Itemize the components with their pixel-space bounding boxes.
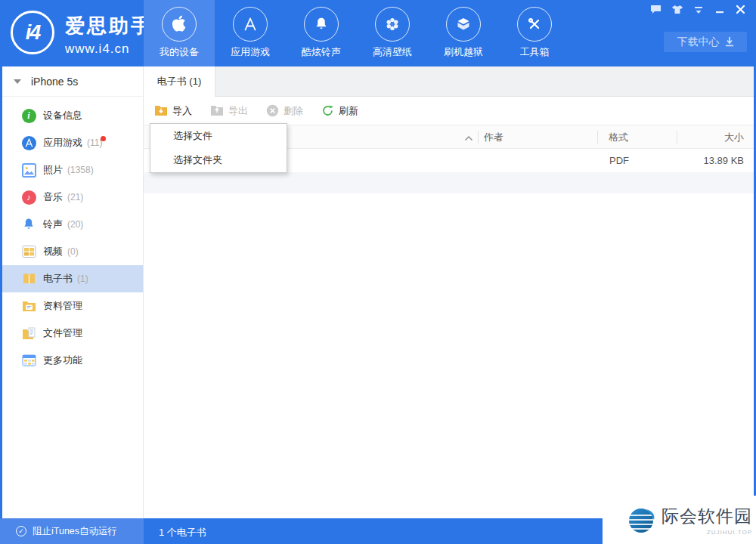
info-icon: i bbox=[21, 108, 36, 123]
nav-label: 应用游戏 bbox=[231, 45, 270, 59]
close-button[interactable] bbox=[734, 4, 747, 15]
grid-icon bbox=[21, 353, 36, 368]
itunes-toggle-label: 阻止iTunes自动运行 bbox=[33, 525, 117, 538]
i4-logo-icon: i4 bbox=[11, 11, 54, 54]
import-label: 导入 bbox=[172, 104, 192, 118]
appstore-icon bbox=[21, 135, 36, 150]
window-controls bbox=[649, 4, 747, 15]
download-icon bbox=[725, 37, 734, 47]
globe-icon bbox=[627, 505, 657, 535]
sidebar-item-videos[interactable]: 视频 (0) bbox=[2, 238, 143, 265]
sidebar-item-count: (1358) bbox=[67, 165, 94, 175]
refresh-button[interactable]: 刷新 bbox=[321, 104, 358, 118]
nav-label: 高清壁纸 bbox=[373, 45, 412, 59]
itunes-toggle[interactable]: ✓ 阻止iTunes自动运行 bbox=[0, 518, 144, 544]
nav-toolbox[interactable]: 工具箱 bbox=[499, 0, 570, 66]
menu-item-select-folder[interactable]: 选择文件夹 bbox=[150, 148, 287, 172]
sidebar-item-file-management[interactable]: 文件管理 bbox=[2, 320, 143, 347]
column-header-format[interactable]: 格式 bbox=[609, 131, 628, 144]
sidebar-item-device-info[interactable]: i 设备信息 bbox=[2, 102, 143, 129]
brand-block: 爱思助手 www.i4.cn bbox=[65, 13, 153, 57]
app-title: 爱思助手 bbox=[65, 13, 153, 39]
minimize-button[interactable] bbox=[713, 4, 726, 15]
sidebar-item-label: 音乐 bbox=[43, 190, 63, 204]
sidebar-item-label: 应用游戏 bbox=[43, 136, 82, 150]
refresh-icon bbox=[321, 104, 334, 117]
box-icon bbox=[446, 7, 481, 42]
nav-label: 酷炫铃声 bbox=[302, 45, 341, 59]
column-divider bbox=[478, 131, 479, 144]
nav-label: 刷机越狱 bbox=[444, 45, 483, 59]
sidebar-item-music[interactable]: ♪ 音乐 (21) bbox=[2, 184, 143, 211]
sort-asc-icon[interactable] bbox=[464, 132, 473, 144]
sidebar-item-data-management[interactable]: 资料管理 bbox=[2, 292, 143, 320]
download-center-button[interactable]: 下载中心 bbox=[664, 32, 747, 52]
sidebar-item-label: 视频 bbox=[43, 245, 63, 258]
refresh-label: 刷新 bbox=[339, 104, 358, 118]
nav-my-device[interactable]: 我的设备 bbox=[144, 0, 215, 66]
cell-format: PDF bbox=[609, 155, 629, 166]
sidebar-item-count: (11) bbox=[87, 138, 102, 148]
sidebar-item-label: 铃声 bbox=[43, 218, 63, 231]
sidebar-item-label: 文件管理 bbox=[43, 326, 82, 340]
main-nav: 我的设备 应用游戏 酷炫铃声 高清壁纸 bbox=[144, 0, 570, 66]
sidebar-item-ebooks[interactable]: 电子书 (1) bbox=[2, 265, 143, 292]
apple-icon bbox=[162, 7, 197, 42]
tab-ebooks[interactable]: 电子书 (1) bbox=[144, 66, 215, 97]
nav-ringtones[interactable]: 酷炫铃声 bbox=[286, 0, 357, 66]
menu-item-select-file[interactable]: 选择文件 bbox=[150, 124, 287, 148]
empty-row-stripe bbox=[144, 172, 754, 193]
folder-file-icon bbox=[21, 326, 36, 341]
app-window: i4 爱思助手 www.i4.cn 我的设备 应用游戏 bbox=[0, 0, 756, 544]
sidebar: iPhone 5s i 设备信息 应用游戏 (11) 照片 (1358) bbox=[2, 66, 144, 518]
device-name: iPhone 5s bbox=[31, 76, 78, 88]
toolbox-icon bbox=[517, 7, 552, 42]
sidebar-list: i 设备信息 应用游戏 (11) 照片 (1358) ♪ 音乐 bbox=[2, 102, 143, 374]
sidebar-item-label: 电子书 bbox=[43, 272, 73, 286]
book-icon bbox=[21, 271, 36, 286]
column-header-author[interactable]: 作者 bbox=[484, 131, 503, 144]
import-folder-icon bbox=[154, 105, 168, 116]
sidebar-item-more-features[interactable]: 更多功能 bbox=[2, 347, 143, 374]
column-divider bbox=[597, 131, 598, 144]
sidebar-item-label: 照片 bbox=[43, 163, 63, 177]
export-button[interactable]: 导出 bbox=[210, 104, 248, 118]
photo-icon bbox=[21, 162, 36, 178]
sidebar-item-ringtones[interactable]: 铃声 (20) bbox=[2, 211, 143, 238]
sidebar-item-label: 设备信息 bbox=[43, 109, 82, 122]
feedback-button[interactable] bbox=[649, 4, 662, 15]
nav-flash-jailbreak[interactable]: 刷机越狱 bbox=[428, 0, 499, 66]
collapse-triangle-icon bbox=[14, 79, 21, 84]
nav-label: 工具箱 bbox=[520, 45, 550, 59]
appstore-icon bbox=[233, 7, 268, 42]
column-divider bbox=[677, 131, 677, 144]
import-dropdown-menu: 选择文件 选择文件夹 bbox=[150, 123, 287, 173]
sidebar-item-label: 资料管理 bbox=[43, 299, 82, 313]
app-header: i4 爱思助手 www.i4.cn 我的设备 应用游戏 bbox=[0, 0, 756, 66]
nav-apps-games[interactable]: 应用游戏 bbox=[215, 0, 286, 66]
sidebar-item-count: (20) bbox=[67, 219, 83, 230]
tab-label: 电子书 (1) bbox=[157, 75, 202, 88]
nav-wallpapers[interactable]: 高清壁纸 bbox=[357, 0, 428, 66]
video-icon bbox=[21, 244, 36, 259]
sidebar-item-photos[interactable]: 照片 (1358) bbox=[2, 156, 143, 184]
bell-icon bbox=[21, 217, 36, 232]
column-header-size[interactable]: 大小 bbox=[724, 131, 744, 144]
music-icon: ♪ bbox=[21, 190, 36, 205]
sidebar-item-count: (0) bbox=[67, 246, 79, 257]
sidebar-item-apps-games[interactable]: 应用游戏 (11) bbox=[2, 129, 143, 156]
bell-icon bbox=[304, 7, 339, 42]
sidebar-item-label: 更多功能 bbox=[43, 354, 82, 367]
main-menu-button[interactable] bbox=[692, 4, 705, 15]
import-button[interactable]: 导入 bbox=[154, 104, 192, 118]
app-url: www.i4.cn bbox=[65, 42, 153, 57]
watermark: 际会软件园 ZUJIHUI.TOP bbox=[603, 496, 756, 544]
sidebar-item-count: (21) bbox=[67, 192, 83, 202]
delete-button[interactable]: 删除 bbox=[266, 104, 303, 118]
skin-button[interactable] bbox=[671, 4, 683, 15]
cell-size: 13.89 KB bbox=[704, 155, 745, 166]
export-label: 导出 bbox=[228, 104, 248, 118]
device-header[interactable]: iPhone 5s bbox=[2, 66, 143, 97]
check-circle-icon: ✓ bbox=[16, 526, 26, 536]
notification-badge bbox=[101, 136, 106, 141]
